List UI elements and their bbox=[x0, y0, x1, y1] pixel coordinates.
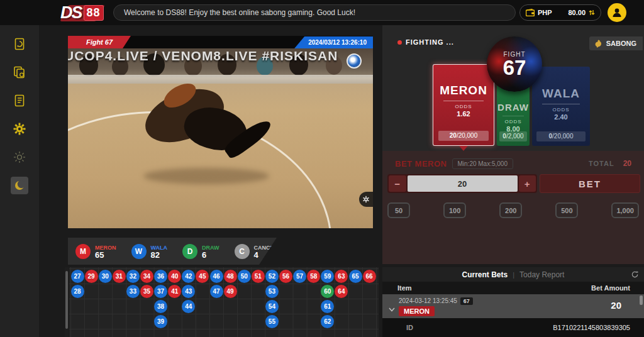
card-bet-total: 20/20,000 bbox=[438, 131, 489, 141]
wala-card[interactable]: WALA ODDS 2.40 0/20,000 bbox=[532, 67, 590, 146]
trend-scrollbar[interactable] bbox=[65, 267, 69, 337]
trend-cell: 64 bbox=[335, 285, 348, 298]
balance-value: 80.00 bbox=[568, 9, 586, 16]
col-item: Item bbox=[397, 284, 412, 292]
video-timestamp: 2024/03/12 13:26:10 bbox=[294, 36, 373, 48]
card-title: DRAW bbox=[497, 102, 530, 113]
trend-cell: 34 bbox=[140, 270, 153, 283]
dark-mode-moon-icon[interactable] bbox=[11, 177, 28, 194]
refresh-icon bbox=[631, 270, 639, 279]
trend-summary-item: MMERON65 bbox=[75, 244, 116, 259]
betting-panel: FIGHTING ... SABONG MERON ODDS 1.62 20/2… bbox=[382, 25, 644, 264]
trend-cell: 52 bbox=[265, 270, 279, 283]
bets-scrollbar[interactable] bbox=[640, 296, 643, 317]
bet-limits: Min:20 Max:5,000 bbox=[452, 158, 514, 169]
refresh-bets-button[interactable] bbox=[631, 270, 639, 281]
trend-cell: 31 bbox=[113, 270, 126, 283]
odds-value: 2.40 bbox=[532, 113, 590, 121]
trend-cell: 29 bbox=[85, 270, 98, 283]
bets-column-headers: Item Bet Amount bbox=[382, 282, 644, 294]
result-count: 4 bbox=[254, 251, 278, 258]
trend-cell: 49 bbox=[224, 285, 237, 298]
trend-cell: 32 bbox=[126, 270, 140, 283]
trend-cell: 37 bbox=[154, 285, 167, 298]
trend-cell: 45 bbox=[196, 270, 209, 283]
quick-amounts: 501002005001,000 bbox=[387, 202, 639, 218]
video-settings-button[interactable] bbox=[359, 192, 373, 207]
bet-info-bar: BET MERON Min:20 Max:5,000 TOTAL 20 bbox=[395, 157, 631, 170]
logo-88-text: 88 bbox=[84, 5, 104, 21]
top-bar: DS 88 Welcome to DS88! Enjoy the best on… bbox=[0, 0, 644, 25]
col-bet-amount: Bet Amount bbox=[591, 284, 630, 292]
selected-card-pointer bbox=[459, 146, 468, 151]
current-bets-panel: Current Bets | Today Report Item Bet Amo… bbox=[382, 267, 644, 337]
odds-label: ODDS bbox=[497, 119, 530, 124]
trend-cell: 66 bbox=[363, 270, 376, 283]
rules-doc-icon[interactable] bbox=[11, 92, 28, 109]
scrollbar-thumb[interactable] bbox=[65, 271, 68, 329]
ds88-logo[interactable]: DS 88 bbox=[60, 1, 104, 24]
card-divider bbox=[502, 116, 524, 116]
trend-cell: 57 bbox=[293, 270, 306, 283]
bet-row[interactable]: 2024-03-12 13:25:4567 MERON 20 bbox=[382, 294, 644, 318]
meron-card[interactable]: MERON ODDS 1.62 20/20,000 bbox=[433, 64, 494, 146]
quick-amount-button[interactable]: 50 bbox=[387, 202, 410, 218]
bet-amount: 20 bbox=[450, 132, 457, 139]
quick-amount-button[interactable]: 200 bbox=[499, 202, 522, 218]
wallet-icon bbox=[526, 9, 535, 16]
odds-value: 1.62 bbox=[433, 110, 494, 118]
refresh-balance-icon[interactable] bbox=[589, 9, 595, 16]
result-count: 6 bbox=[202, 251, 219, 258]
quick-amount-button[interactable]: 500 bbox=[555, 202, 578, 218]
trend-cell: 58 bbox=[307, 270, 320, 283]
bet-time: 2024-03-12 13:25:4567 bbox=[399, 297, 473, 305]
quick-amount-button[interactable]: 1,000 bbox=[611, 202, 639, 218]
chevron-down-icon[interactable] bbox=[389, 303, 395, 314]
bet-amount-value: 20 bbox=[611, 300, 621, 311]
trend-cell: 53 bbox=[265, 285, 279, 298]
settings-icon[interactable] bbox=[11, 120, 28, 138]
trend-cell: 44 bbox=[182, 300, 195, 313]
report-doc-icon[interactable] bbox=[11, 64, 28, 81]
wallet[interactable]: PHP 80.00 bbox=[519, 4, 601, 21]
trend-cell: 50 bbox=[238, 270, 251, 283]
trend-summary-item: DDRAW6 bbox=[182, 244, 219, 259]
bet-button[interactable]: BET bbox=[540, 174, 640, 193]
tab-today-report[interactable]: Today Report bbox=[519, 270, 564, 279]
trend-cell: 46 bbox=[210, 270, 223, 283]
trend-cell: 55 bbox=[265, 315, 279, 328]
result-letter-badge: M bbox=[75, 244, 91, 259]
sidebar bbox=[0, 25, 39, 337]
scrollbar-thumb[interactable] bbox=[640, 296, 643, 305]
tab-separator: | bbox=[513, 271, 514, 279]
total-label: TOTAL bbox=[589, 160, 614, 167]
tab-current-bets[interactable]: Current Bets bbox=[462, 270, 508, 279]
increase-button[interactable]: + bbox=[519, 175, 536, 192]
amount-input[interactable] bbox=[408, 175, 518, 192]
trend-cell: 33 bbox=[126, 285, 140, 298]
arena-wall bbox=[68, 75, 373, 84]
amount-stepper: − + bbox=[387, 174, 537, 193]
bet-fight-number-badge: 67 bbox=[460, 297, 473, 305]
gear-icon bbox=[362, 196, 370, 203]
avatar[interactable] bbox=[608, 3, 626, 22]
quick-amount-button[interactable]: 100 bbox=[443, 202, 466, 218]
trend-cell: 40 bbox=[168, 270, 181, 283]
fight-number: 67 bbox=[503, 58, 526, 78]
bet-controls: BET MERON Min:20 Max:5,000 TOTAL 20 − + … bbox=[382, 151, 644, 264]
odds-label: ODDS bbox=[532, 107, 590, 113]
decrease-button[interactable]: − bbox=[389, 175, 406, 192]
result-count: 65 bbox=[95, 251, 116, 258]
currency-label: PHP bbox=[538, 9, 552, 16]
trend-cell: 27 bbox=[71, 270, 84, 283]
fight-medallion: FIGHT 67 bbox=[487, 36, 542, 92]
trend-summary-item: WWALA82 bbox=[131, 244, 168, 259]
live-video[interactable]: UCOP4.LIVE / VENOM8.LIVE #RISKISAN bbox=[68, 48, 373, 228]
bet-limit: /20,000 bbox=[552, 133, 573, 140]
light-mode-sun-icon[interactable] bbox=[11, 148, 28, 166]
trend-cell: 35 bbox=[140, 285, 153, 298]
trend-cell: 28 bbox=[71, 285, 84, 298]
history-doc-icon[interactable] bbox=[11, 35, 28, 53]
trend-summary-item: CCANCEL4 bbox=[235, 244, 278, 259]
odds-label: ODDS bbox=[433, 104, 494, 109]
